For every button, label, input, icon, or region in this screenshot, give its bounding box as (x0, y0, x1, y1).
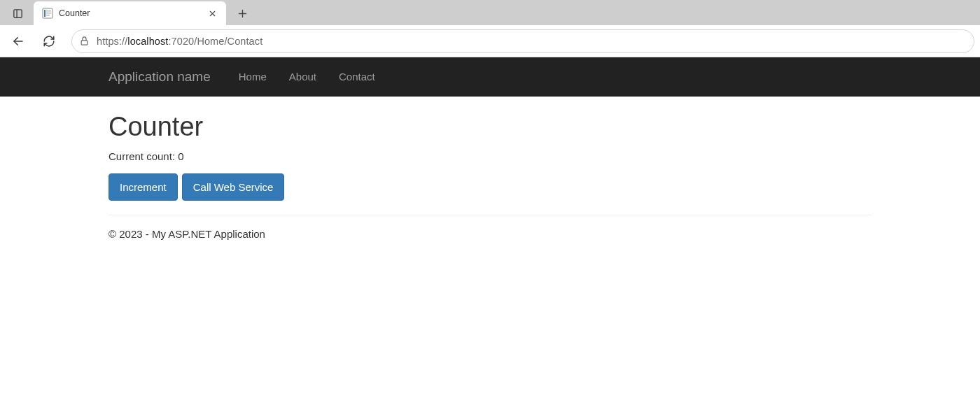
tab-actions-button[interactable] (6, 1, 29, 25)
footer-text: © 2023 - My ASP.NET Application (108, 228, 872, 240)
browser-tab-active[interactable]: Counter (34, 1, 226, 25)
browser-tab-strip: Counter (0, 0, 980, 25)
call-web-service-button[interactable]: Call Web Service (182, 173, 285, 201)
site-navbar: Application name Home About Contact (0, 57, 980, 97)
nav-link-about[interactable]: About (278, 57, 328, 97)
lock-icon (79, 36, 90, 46)
close-tab-button[interactable] (205, 6, 219, 20)
url-scheme: https:// (97, 36, 127, 47)
count-value: 0 (178, 150, 183, 162)
svg-rect-12 (81, 41, 88, 45)
svg-rect-5 (46, 13, 51, 14)
count-line: Current count: 0 (108, 150, 872, 162)
browser-toolbar: https://localhost:7020/Home/Contact (0, 25, 980, 57)
svg-rect-0 (13, 9, 21, 17)
address-bar[interactable]: https://localhost:7020/Home/Contact (71, 29, 974, 53)
back-button[interactable] (6, 29, 31, 54)
increment-button[interactable]: Increment (108, 173, 178, 201)
new-tab-button[interactable] (232, 3, 253, 24)
divider (108, 215, 872, 215)
url-host: localhost (127, 36, 168, 47)
nav-link-contact[interactable]: Contact (328, 57, 386, 97)
nav-links: Home About Contact (227, 57, 386, 97)
nav-link-home[interactable]: Home (227, 57, 278, 97)
page-favicon-icon (42, 8, 53, 19)
svg-rect-4 (46, 10, 51, 12)
navbar-brand[interactable]: Application name (108, 57, 211, 97)
url-rest: :7020/Home/Contact (168, 36, 262, 47)
address-url: https://localhost:7020/Home/Contact (97, 36, 262, 47)
page-title: Counter (108, 112, 872, 142)
count-label: Current count: (108, 150, 175, 162)
svg-rect-3 (44, 10, 46, 17)
button-row: Increment Call Web Service (108, 173, 872, 201)
page-body: Counter Current count: 0 Increment Call … (98, 97, 882, 240)
svg-rect-6 (46, 15, 50, 16)
tab-title: Counter (59, 8, 200, 18)
